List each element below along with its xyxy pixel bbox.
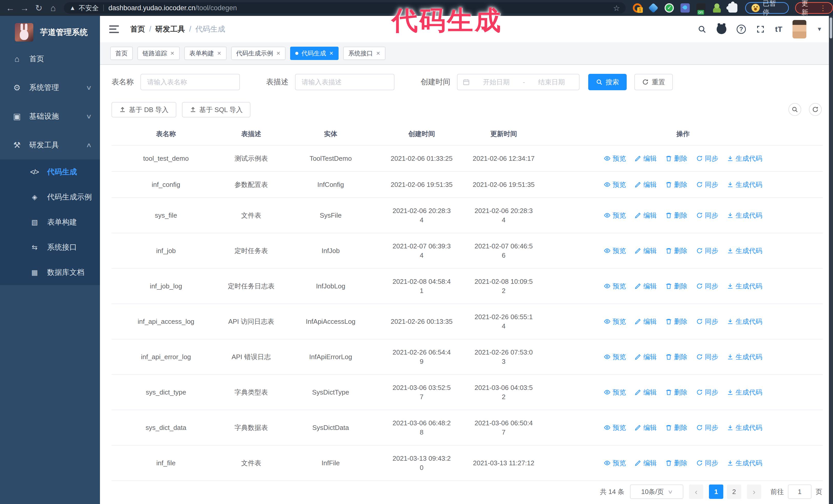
sync-link[interactable]: 同步 [696, 423, 718, 432]
view-tab[interactable]: 表单构建 ✕ [184, 47, 227, 60]
sync-link[interactable]: 同步 [696, 317, 718, 326]
preview-link[interactable]: 预览 [604, 154, 626, 163]
view-tab[interactable]: 链路追踪 ✕ [137, 47, 180, 60]
next-page-button[interactable]: › [747, 484, 761, 499]
tab-close-icon[interactable]: ✕ [276, 50, 281, 56]
view-tab[interactable]: 首页 [110, 47, 133, 60]
font-size-icon[interactable]: tT [775, 25, 782, 33]
page-size-select[interactable]: 10条/页 ∨ [630, 484, 683, 499]
person-icon[interactable] [712, 3, 721, 13]
collapse-sidebar-icon[interactable] [109, 25, 119, 33]
generate-code-link[interactable]: 生成代码 [727, 458, 762, 467]
sidebar-submenu-item[interactable]: ⇆ 系统接口 [0, 235, 100, 260]
preview-link[interactable]: 预览 [604, 211, 626, 220]
delete-link[interactable]: 删除 [665, 282, 687, 291]
column-header[interactable]: 表名称 [112, 123, 220, 145]
chevron-down-icon[interactable]: ▼ [816, 26, 822, 32]
delete-link[interactable]: 删除 [665, 423, 687, 432]
edit-link[interactable]: 编辑 [635, 282, 657, 291]
reset-button[interactable]: 重置 [634, 74, 673, 90]
user-avatar[interactable] [792, 20, 806, 39]
delete-link[interactable]: 删除 [665, 211, 687, 220]
generate-code-link[interactable]: 生成代码 [727, 388, 762, 397]
preview-link[interactable]: 预览 [604, 388, 626, 397]
delete-link[interactable]: 删除 [665, 180, 687, 189]
generate-code-link[interactable]: 生成代码 [727, 282, 762, 291]
fullscreen-icon[interactable] [756, 25, 765, 33]
help-icon[interactable]: ? [737, 25, 746, 34]
breadcrumb-dev-tools[interactable]: 研发工具 [155, 24, 185, 34]
preview-link[interactable]: 预览 [604, 352, 626, 361]
sync-link[interactable]: 同步 [696, 282, 718, 291]
table-name-input[interactable] [140, 74, 240, 90]
sidebar-submenu-item[interactable]: ◈ 代码生成示例 [0, 185, 100, 210]
edit-link[interactable]: 编辑 [635, 388, 657, 397]
page-number-button[interactable]: 2 [727, 484, 741, 499]
search-icon[interactable] [698, 25, 706, 33]
edit-link[interactable]: 编辑 [635, 211, 657, 220]
sync-link[interactable]: 同步 [696, 180, 718, 189]
import-db-button[interactable]: 基于 DB 导入 [112, 102, 176, 117]
sidebar-menu-item[interactable]: ⚙ 系统管理 ∨ [0, 73, 100, 102]
edit-link[interactable]: 编辑 [635, 352, 657, 361]
breadcrumb-home[interactable]: 首页 [130, 24, 145, 34]
sidebar-submenu-item[interactable]: ▧ 表单构建 [0, 210, 100, 235]
refresh-orange-icon[interactable] [633, 3, 642, 13]
github-icon[interactable] [717, 24, 727, 34]
generate-code-link[interactable]: 生成代码 [727, 352, 762, 361]
generate-code-link[interactable]: 生成代码 [727, 317, 762, 326]
edit-link[interactable]: 编辑 [635, 458, 657, 467]
goto-page-input[interactable] [788, 484, 811, 499]
sync-link[interactable]: 同步 [696, 352, 718, 361]
sidebar-submenu-item[interactable]: ▦ 数据库文档 [0, 260, 100, 285]
delete-link[interactable]: 删除 [665, 317, 687, 326]
preview-link[interactable]: 预览 [604, 458, 626, 467]
generate-code-link[interactable]: 生成代码 [727, 211, 762, 220]
preview-link[interactable]: 预览 [604, 180, 626, 189]
preview-link[interactable]: 预览 [604, 282, 626, 291]
check-shield-icon[interactable] [665, 3, 674, 13]
preview-link[interactable]: 预览 [604, 423, 626, 432]
date-range-picker[interactable]: 开始日期 - 结束日期 [457, 74, 579, 90]
forward-icon[interactable]: → [18, 3, 32, 13]
search-button[interactable]: 搜索 [588, 74, 627, 90]
column-header[interactable]: 表描述 [220, 123, 282, 145]
sync-link[interactable]: 同步 [696, 388, 718, 397]
recorder-on-icon[interactable] [696, 3, 706, 13]
refresh-table-button[interactable] [809, 103, 822, 116]
sync-link[interactable]: 同步 [696, 458, 718, 467]
start-date-placeholder[interactable]: 开始日期 [474, 78, 519, 87]
column-header[interactable]: 操作 [543, 123, 823, 145]
window-scrollbar[interactable] [829, 16, 833, 504]
table-desc-input[interactable] [295, 74, 395, 90]
edit-link[interactable]: 编辑 [635, 246, 657, 255]
prev-page-button[interactable]: ‹ [689, 484, 703, 499]
browser-menu-icon[interactable]: ⋮ [819, 4, 827, 12]
view-tab[interactable]: 代码生成 ✕ [290, 47, 339, 60]
sync-link[interactable]: 同步 [696, 246, 718, 255]
generate-code-link[interactable]: 生成代码 [727, 423, 762, 432]
gem-icon[interactable] [648, 3, 659, 13]
puzzle-icon[interactable] [728, 3, 737, 13]
delete-link[interactable]: 删除 [665, 154, 687, 163]
column-header[interactable]: 实体 [282, 123, 379, 145]
sidebar-submenu-item[interactable]: </> 代码生成 [0, 160, 100, 185]
delete-link[interactable]: 删除 [665, 388, 687, 397]
view-tab[interactable]: 系统接口 ✕ [343, 47, 385, 60]
import-sql-button[interactable]: 基于 SQL 导入 [182, 102, 251, 117]
tab-close-icon[interactable]: ✕ [329, 50, 333, 56]
preview-link[interactable]: 预览 [604, 246, 626, 255]
sync-link[interactable]: 同步 [696, 211, 718, 220]
scrollbar-thumb[interactable] [830, 18, 832, 39]
delete-link[interactable]: 删除 [665, 458, 687, 467]
generate-code-link[interactable]: 生成代码 [727, 180, 762, 189]
generate-code-link[interactable]: 生成代码 [727, 154, 762, 163]
sidebar-menu-item[interactable]: ▣ 基础设施 ∨ [0, 102, 100, 131]
view-tab[interactable]: 代码生成示例 ✕ [231, 47, 286, 60]
browser-update-button[interactable]: 更新 ⋮ [795, 2, 833, 14]
tab-close-icon[interactable]: ✕ [170, 50, 174, 56]
edit-link[interactable]: 编辑 [635, 317, 657, 326]
tab-close-icon[interactable]: ✕ [376, 50, 380, 56]
edit-link[interactable]: 编辑 [635, 423, 657, 432]
paused-extension-badge[interactable]: 已暂停 [745, 2, 789, 14]
